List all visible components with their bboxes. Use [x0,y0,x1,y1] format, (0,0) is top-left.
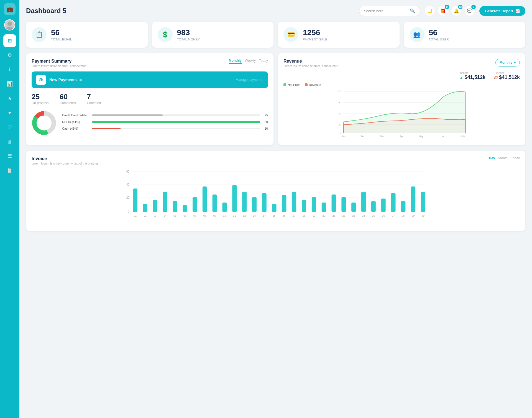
invoice-bar-label: 10 [223,214,226,217]
invoice-bar [163,192,167,212]
tab-monthly[interactable]: Monthly [229,59,242,64]
sidebar-item-dashboard[interactable]: ⊞ [3,34,16,47]
sidebar-item-heart2[interactable]: ♡ [3,121,16,134]
search-box[interactable]: 🔍 [359,6,420,16]
invoice-bar [302,200,306,212]
sidebar: 💼 ⊞ ⚙ ℹ 📊 ★ ♥ ♡ 🖨 ☰ 📋 [0,0,19,418]
sidebar-item-analytics[interactable]: 📊 [3,78,16,90]
invoice-bar [143,204,147,212]
sidebar-item-star[interactable]: ★ [3,92,16,105]
svg-text:90: 90 [338,101,341,104]
revenue-chart: 120 90 60 30 0 Jan Feb Mar Apr May Jun J… [283,89,520,139]
revenue-monthly-dropdown[interactable]: Monthly ▾ [495,59,520,66]
invoice-bar [361,192,366,212]
sidebar-item-list[interactable]: ☰ [3,150,16,162]
stat-canceled: 7 Canceled [87,93,101,105]
sidebar-item-info[interactable]: ℹ [3,63,16,76]
svg-text:30: 30 [338,123,341,126]
legend-revenue: Revenue [305,83,321,86]
bar-val-credit: 25 [262,114,268,117]
payment-count-badge: 25 [36,75,46,85]
user-avatar[interactable] [4,19,15,30]
user-value: 56 [429,28,449,37]
invoice-bar [401,201,405,212]
sidebar-logo: 💼 [4,3,16,15]
invoice-bar [203,186,207,212]
invoice-bar [242,192,247,212]
money-value: 983 [177,28,200,37]
sidebar-item-settings[interactable]: ⚙ [3,49,16,61]
chat-button[interactable]: 💬5 [464,6,475,16]
moon-button[interactable]: 🌙 [424,6,435,16]
bell-button[interactable]: 🔔12 [451,6,462,16]
invoice-bar-label: 22 [342,214,345,217]
income-stat: Income ▲ $41,512k [459,71,485,80]
bar-row-upi: UPI ID (41%) 60 [62,120,268,124]
sidebar-item-heart[interactable]: ♥ [3,106,16,119]
invoice-bar [332,194,336,212]
bar-track-credit [92,114,260,116]
invoice-bar [351,202,356,212]
invoice-bar-label: 01 [134,214,137,217]
manage-payment-link[interactable]: Manage payment › [236,78,264,82]
donut-chart [32,111,57,137]
tab-day[interactable]: Day [489,156,495,161]
invoice-bar-label: 12 [243,214,246,217]
invoice-bar [381,199,386,212]
invoice-bar [183,205,187,212]
bar-row-cash: Cash (41%) 10 [62,127,268,130]
invoice-bar-label: 21 [332,214,335,217]
invoice-card: Invoice Lorem Ipsum is simply dummy text… [26,151,525,231]
sidebar-item-print[interactable]: 🖨 [3,135,16,148]
payment-stats-row: 25 On process 60 Completed 7 Canceled [32,93,268,105]
invoice-bar-label: 26 [382,214,385,217]
svg-text:Jan: Jan [341,135,346,138]
header: Dashboard 5 🔍 🌙 🎁2 🔔12 💬5 Generate Repor… [26,6,525,16]
email-label: TOTAL EMAIL [51,38,72,41]
invoice-bar-label: 05 [173,214,176,217]
revenue-title: Revenue [283,59,338,64]
gift-button[interactable]: 🎁2 [438,6,448,16]
expense-stat: Expense 🏷 $41,512k [494,71,520,80]
search-input[interactable] [364,9,408,13]
page-title: Dashboard 5 [26,7,355,15]
svg-text:July: July [460,135,465,138]
invoice-bar [153,200,157,212]
bar-fill-upi [92,121,260,123]
bar-label-cash: Cash (41%) [62,127,90,130]
expense-icon: 🏷 [494,75,498,80]
generate-report-button[interactable]: Generate Report 📈 [479,6,525,16]
payment-label: PAYMENT SALE [303,38,328,41]
new-payments-bar: 25 New Payments Manage payment › [32,71,268,88]
tab-month[interactable]: Month [498,156,508,161]
invoice-bar [421,192,425,212]
user-label: TOTAL USER [429,38,449,41]
invoice-bar [193,197,197,212]
bar-val-cash: 10 [262,127,268,130]
tab-today[interactable]: Today [511,156,520,161]
invoice-bar [411,186,415,212]
invoice-bar [272,204,277,212]
generate-report-label: Generate Report [485,9,513,13]
svg-point-1 [6,27,13,30]
invoice-bar [213,194,217,212]
bar-track-cash [92,128,260,129]
invoice-bar-label: 04 [163,214,166,217]
revenue-income-expense: Income ▲ $41,512k Expense 🏷 $41,512k [283,71,520,80]
invoice-bar-label: 14 [263,214,266,217]
invoice-bar-label: 29 [412,214,415,217]
sidebar-item-docs[interactable]: 📋 [3,164,16,177]
stat-card-user: 👥 56 TOTAL USER [404,22,526,48]
invoice-bar-label: 03 [154,214,157,217]
tab-weekly[interactable]: Weekly [245,59,256,64]
invoice-bar-label: 17 [293,214,295,217]
invoice-bar-label: 02 [144,214,147,217]
invoice-bar-label: 16 [283,214,285,217]
invoice-bar [371,201,376,212]
svg-text:Mar: Mar [380,135,385,138]
payment-bars: Credit Card (24%) 25 UPI ID (41%) 60 [62,114,268,134]
email-icon: 📋 [32,27,47,42]
tab-today[interactable]: Today [259,59,268,64]
middle-row: Payment Summary Lorem ipsum dolor sit am… [26,53,525,145]
payment-summary-title: Payment Summary [32,59,86,64]
